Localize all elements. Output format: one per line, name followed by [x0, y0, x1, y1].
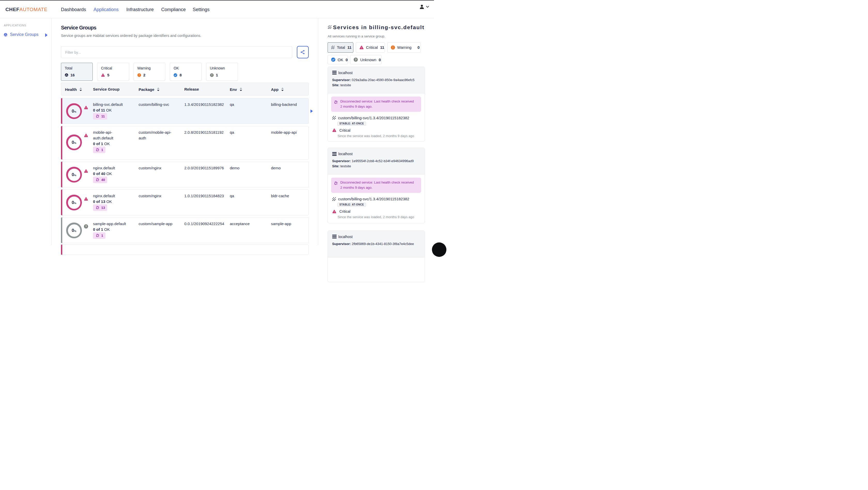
svg-text:?: ?: [355, 58, 356, 61]
svg-text:?: ?: [85, 225, 87, 228]
svg-text:?: ?: [211, 74, 213, 76]
